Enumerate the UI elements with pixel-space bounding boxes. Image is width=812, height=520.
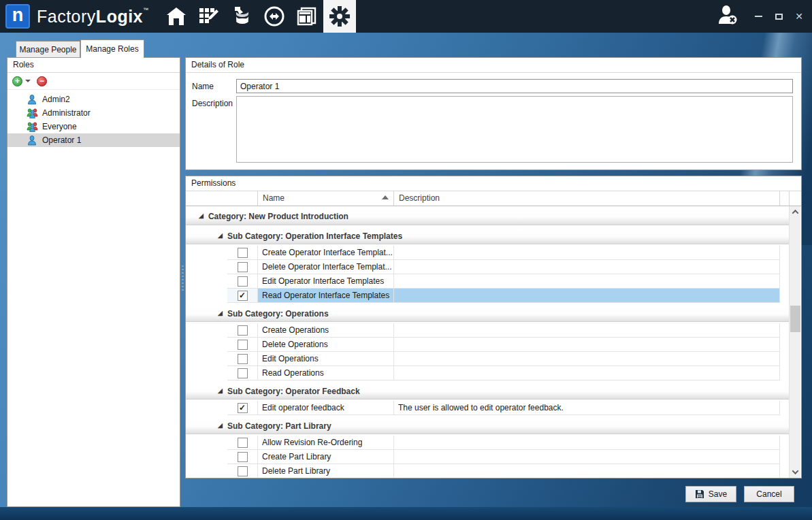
permission-name-cell[interactable]: Allow Revision Re-Ordering	[258, 436, 394, 450]
permission-description-cell[interactable]	[394, 352, 780, 366]
permission-name-cell[interactable]: Create Operator Interface Templat...	[258, 246, 394, 260]
role-item-administrator[interactable]: Administrator	[7, 106, 180, 120]
checkbox-unchecked[interactable]	[238, 368, 248, 378]
column-header-description[interactable]: Description	[394, 191, 780, 206]
group-row-label: Category: New Product Introduction	[208, 212, 348, 221]
description-label: Description	[192, 99, 233, 108]
permission-row[interactable]: Create Part Library	[186, 450, 789, 464]
cancel-button[interactable]: Cancel	[744, 486, 794, 502]
checkbox-unchecked[interactable]	[238, 248, 248, 258]
permission-row[interactable]: Allow Revision Re-Ordering	[186, 436, 789, 450]
home-icon[interactable]	[160, 0, 193, 33]
panel-splitter[interactable]	[181, 265, 184, 291]
checkbox-unchecked[interactable]	[238, 325, 248, 336]
close-button[interactable]: ✕	[792, 9, 807, 24]
role-item-admin2[interactable]: Admin2	[7, 93, 180, 106]
permission-row[interactable]: Read Operations	[186, 366, 789, 380]
checkbox-unchecked[interactable]	[238, 466, 248, 476]
role-item-everyone[interactable]: Everyone	[7, 120, 180, 133]
app-brand: FactoryLogix™	[37, 7, 149, 27]
checkbox-unchecked[interactable]	[238, 354, 248, 364]
permission-name-cell[interactable]: Delete Part Library	[258, 464, 394, 478]
permission-row[interactable]: Edit Operations	[186, 352, 789, 366]
permission-description-cell[interactable]: The user is allowed to edit operator fee…	[394, 401, 780, 415]
category-group-row[interactable]: ◢Category: New Product Introduction	[186, 208, 789, 225]
row-indent	[186, 338, 227, 352]
permission-name-cell[interactable]: Delete Operations	[258, 338, 394, 352]
permission-name-cell[interactable]: Create Operations	[258, 323, 394, 338]
expander-icon[interactable]: ◢	[218, 233, 223, 239]
expander-icon[interactable]: ◢	[218, 310, 223, 316]
checkbox-unchecked[interactable]	[238, 276, 248, 287]
permissions-scrollbar[interactable]	[789, 206, 800, 478]
remove-role-icon[interactable]: −	[37, 76, 47, 86]
minimize-button[interactable]	[751, 9, 766, 24]
tab-manage-people[interactable]: Manage People	[16, 41, 80, 58]
documents-icon[interactable]	[291, 0, 323, 33]
permission-name-cell[interactable]: Edit Operations	[258, 352, 394, 366]
scroll-up-icon[interactable]	[790, 206, 801, 218]
subcategory-group-row[interactable]: ◢Sub Category: Operations	[186, 306, 789, 322]
permission-name-cell[interactable]: Create Part Library	[258, 450, 394, 464]
permission-description-cell[interactable]	[394, 274, 780, 289]
permission-description-cell[interactable]	[394, 366, 780, 380]
expander-icon[interactable]: ◢	[218, 423, 223, 429]
role-item-operator-1[interactable]: Operator 1	[7, 133, 180, 147]
checkbox-unchecked[interactable]	[238, 340, 248, 350]
permission-row[interactable]: Delete Part Library	[186, 464, 789, 478]
details-panel-title: Details of Role	[186, 58, 801, 73]
column-header-checkbox[interactable]	[186, 191, 258, 206]
scrollbar-thumb[interactable]	[790, 306, 800, 332]
checkbox-checked[interactable]: ✓	[238, 403, 248, 413]
permission-description-cell[interactable]	[394, 450, 780, 464]
permission-row[interactable]: Edit Operator Interface Templates	[186, 274, 789, 289]
permission-description-cell[interactable]	[394, 246, 780, 260]
permission-name-cell[interactable]: Edit Operator Interface Templates	[258, 274, 394, 289]
permission-row[interactable]: ✓Read Operator Interface Templates	[186, 289, 789, 303]
scroll-down-icon[interactable]	[790, 466, 801, 478]
expander-icon[interactable]: ◢	[218, 388, 223, 394]
checkbox-checked[interactable]: ✓	[238, 291, 248, 301]
permission-row[interactable]: Create Operator Interface Templat...	[186, 246, 789, 260]
database-import-icon[interactable]	[225, 0, 258, 33]
tab-manage-roles[interactable]: Manage Roles	[80, 39, 144, 58]
permission-row[interactable]: ✓Edit operator feedbackThe user is allow…	[186, 401, 789, 415]
permission-checkbox-cell	[227, 366, 258, 380]
permission-checkbox-cell	[227, 338, 258, 352]
permission-name-cell[interactable]: Read Operations	[258, 366, 394, 380]
role-description-input[interactable]	[236, 96, 793, 163]
column-header-name[interactable]: Name	[258, 191, 394, 206]
permission-name-cell[interactable]: Edit operator feedback	[258, 401, 394, 415]
row-indent	[186, 366, 227, 380]
checkbox-unchecked[interactable]	[238, 452, 248, 462]
user-disconnected-icon[interactable]	[717, 5, 740, 28]
permission-description-cell[interactable]	[394, 323, 780, 338]
permission-description-cell[interactable]	[394, 464, 780, 478]
permission-row[interactable]: Create Operations	[186, 323, 789, 338]
subcategory-group-row[interactable]: ◢Sub Category: Operation Interface Templ…	[186, 228, 789, 244]
add-role-dropdown-icon[interactable]	[25, 80, 31, 82]
checkbox-unchecked[interactable]	[238, 262, 248, 272]
role-name-input[interactable]	[236, 79, 793, 93]
permission-description-cell[interactable]	[394, 289, 780, 303]
gear-icon[interactable]	[323, 0, 356, 33]
transfer-circle-icon[interactable]	[258, 0, 291, 33]
save-button[interactable]: Save	[685, 486, 736, 502]
permission-name-cell[interactable]: Read Operator Interface Templates	[258, 289, 394, 303]
checkbox-unchecked[interactable]	[238, 438, 248, 448]
add-role-icon[interactable]: +	[12, 76, 22, 86]
expander-icon[interactable]: ◢	[199, 213, 204, 219]
permission-name-cell[interactable]: Delete Operator Interface Templat...	[258, 260, 394, 274]
permission-description-cell[interactable]	[394, 436, 780, 450]
group-icon	[27, 122, 37, 132]
window-frame-bottom	[0, 507, 812, 520]
close-icon: ✕	[795, 12, 803, 21]
permission-row[interactable]: Delete Operator Interface Templat...	[186, 260, 789, 274]
subcategory-group-row[interactable]: ◢Sub Category: Part Library	[186, 418, 789, 434]
permission-description-cell[interactable]	[394, 338, 780, 352]
maximize-button[interactable]	[771, 9, 786, 24]
worksheet-edit-icon[interactable]	[193, 0, 225, 33]
permission-row[interactable]: Delete Operations	[186, 338, 789, 352]
subcategory-group-row[interactable]: ◢Sub Category: Operator Feedback	[186, 383, 789, 400]
permission-description-cell[interactable]	[394, 260, 780, 274]
